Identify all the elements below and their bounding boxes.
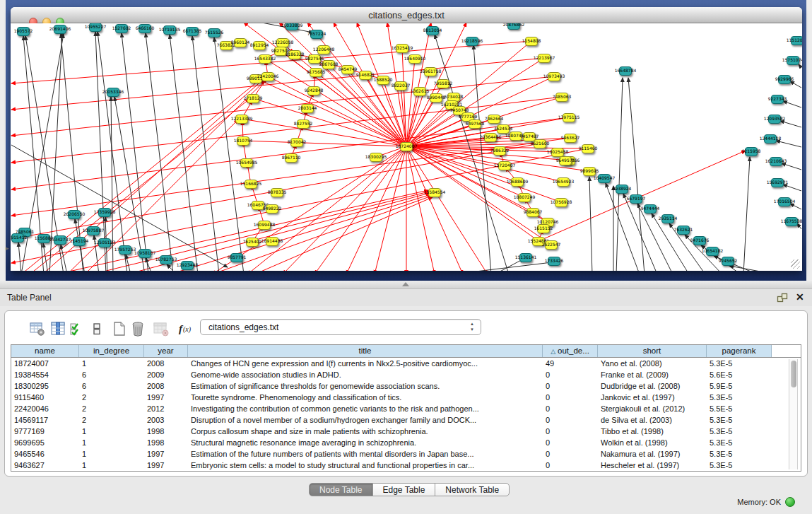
table-cell[interactable]: Yano et al. (2008) bbox=[598, 358, 707, 369]
table-cell[interactable]: 2003 bbox=[144, 414, 188, 426]
graph-node[interactable] bbox=[644, 204, 657, 214]
graph-node[interactable] bbox=[181, 261, 194, 270]
graph-node[interactable] bbox=[87, 226, 100, 235]
graph-node[interactable] bbox=[245, 180, 257, 189]
column-header-in_degree[interactable]: in_degree bbox=[79, 345, 144, 357]
graph-node[interactable] bbox=[119, 245, 131, 255]
column-header-pagerank[interactable]: pagerank bbox=[707, 345, 772, 357]
graph-node[interactable] bbox=[428, 188, 441, 197]
table-cell[interactable]: 1 bbox=[79, 460, 144, 471]
graph-node[interactable] bbox=[519, 253, 532, 262]
graph-node[interactable] bbox=[582, 144, 594, 153]
table-cell[interactable]: Changes of HCN gene expression and I(f) … bbox=[188, 358, 543, 369]
graph-node[interactable] bbox=[771, 178, 784, 187]
table-cell[interactable]: 0 bbox=[543, 437, 598, 448]
table-cell[interactable]: 2012 bbox=[144, 403, 188, 414]
graph-node[interactable] bbox=[396, 44, 408, 53]
graph-node[interactable] bbox=[484, 133, 497, 142]
vertical-scrollbar[interactable] bbox=[789, 359, 798, 469]
graph-node[interactable] bbox=[271, 188, 283, 197]
table-cell[interactable]: 0 bbox=[543, 369, 598, 380]
graph-node[interactable] bbox=[548, 257, 560, 266]
table-row[interactable]: 969969511998Structural magnetic resonanc… bbox=[11, 437, 801, 448]
network-view-window[interactable]: citations_edges.txt 19055722069140610955… bbox=[11, 7, 802, 271]
panel-collapse-arrow-icon[interactable]: ▸ bbox=[6, 245, 9, 252]
graph-node[interactable] bbox=[285, 153, 298, 163]
graph-node[interactable] bbox=[693, 236, 706, 245]
graph-node[interactable] bbox=[370, 153, 382, 162]
splitter-handle-icon[interactable] bbox=[402, 282, 409, 286]
table-row[interactable]: 911546021997Tourette syndrome. Phenomeno… bbox=[11, 392, 801, 403]
graph-node[interactable] bbox=[564, 134, 577, 143]
table-cell[interactable]: 6 bbox=[79, 369, 144, 380]
graph-node[interactable] bbox=[469, 119, 481, 129]
graph-node[interactable] bbox=[139, 24, 151, 33]
close-panel-icon[interactable]: ✕ bbox=[796, 291, 804, 303]
table-cell[interactable]: 1 bbox=[79, 448, 144, 460]
graph-node[interactable] bbox=[525, 37, 538, 46]
graph-node[interactable] bbox=[258, 221, 271, 230]
column-header-short[interactable]: short bbox=[598, 345, 707, 357]
graph-node[interactable] bbox=[240, 158, 253, 168]
graph-node[interactable] bbox=[778, 197, 791, 206]
graph-node[interactable] bbox=[510, 132, 522, 141]
table-cell[interactable]: 22420046 bbox=[11, 403, 79, 414]
window-titlebar[interactable]: citations_edges.txt bbox=[11, 7, 802, 23]
column-header-title[interactable]: title bbox=[188, 345, 543, 357]
graph-node[interactable] bbox=[518, 193, 531, 202]
graph-node[interactable] bbox=[770, 157, 782, 166]
table-cell[interactable]: 0 bbox=[543, 380, 598, 392]
graph-node[interactable] bbox=[778, 75, 791, 84]
table-cell[interactable]: 1997 bbox=[144, 460, 188, 471]
graph-node[interactable] bbox=[706, 247, 719, 256]
graph-node[interactable] bbox=[341, 65, 354, 74]
graph-node[interactable] bbox=[286, 23, 298, 30]
table-cell[interactable]: 0 bbox=[543, 426, 598, 437]
graph-node[interactable] bbox=[555, 198, 567, 207]
table-row[interactable]: 1872400712008Changes of HCN gene express… bbox=[11, 358, 801, 369]
graph-node[interactable] bbox=[619, 66, 632, 76]
graph-node[interactable] bbox=[424, 67, 437, 76]
graph-node[interactable] bbox=[301, 104, 314, 113]
graph-node[interactable] bbox=[317, 45, 330, 54]
graph-node[interactable] bbox=[785, 217, 798, 226]
graph-node[interactable] bbox=[308, 54, 321, 64]
graph-node[interactable] bbox=[266, 204, 278, 214]
graph-node[interactable] bbox=[266, 237, 278, 246]
graph-node[interactable] bbox=[616, 185, 628, 194]
table-cell[interactable]: 0 bbox=[543, 403, 598, 414]
memory-status-indicator-icon[interactable] bbox=[785, 497, 795, 507]
unselect-all-button[interactable] bbox=[88, 320, 106, 338]
graph-node[interactable] bbox=[498, 161, 511, 170]
graph-node[interactable] bbox=[234, 38, 247, 47]
column-header-out_de[interactable]: △out_de... bbox=[543, 345, 598, 357]
table-cell[interactable]: 5.3E-5 bbox=[707, 460, 772, 471]
graph-node[interactable] bbox=[526, 208, 539, 217]
table-cell[interactable]: 1 bbox=[79, 358, 144, 369]
table-cell[interactable]: 9777169 bbox=[11, 426, 79, 437]
create-column-button[interactable] bbox=[110, 320, 129, 338]
graph-node[interactable] bbox=[115, 24, 128, 33]
table-row[interactable]: 946554611997Estimation of the future num… bbox=[11, 448, 801, 460]
table-cell[interactable]: Stergiakouli et al. (2012) bbox=[598, 403, 707, 414]
graph-node[interactable] bbox=[532, 237, 545, 246]
graph-node[interactable] bbox=[322, 60, 335, 69]
graph-node[interactable] bbox=[493, 146, 506, 156]
graph-node[interactable] bbox=[413, 87, 426, 96]
table-cell[interactable]: Jankovic et al. (1997) bbox=[598, 392, 707, 403]
table-cell[interactable]: 2 bbox=[79, 403, 144, 414]
graph-node[interactable] bbox=[548, 72, 560, 81]
graph-node[interactable] bbox=[545, 240, 558, 250]
table-cell[interactable]: 5.3E-5 bbox=[707, 392, 772, 403]
table-cell[interactable]: 0 bbox=[543, 448, 598, 460]
table-cell[interactable]: 2008 bbox=[144, 358, 188, 369]
graph-node[interactable] bbox=[537, 224, 550, 233]
graph-node[interactable] bbox=[290, 138, 303, 147]
scrollbar-thumb[interactable] bbox=[791, 361, 796, 387]
tab-node-table[interactable]: Node Table bbox=[309, 483, 373, 496]
table-cell[interactable]: 5.3E-5 bbox=[707, 448, 772, 460]
graph-node[interactable] bbox=[186, 27, 199, 36]
graph-node[interactable] bbox=[551, 148, 564, 157]
table-cell[interactable]: 2 bbox=[79, 414, 144, 426]
select-all-button[interactable] bbox=[68, 320, 86, 338]
